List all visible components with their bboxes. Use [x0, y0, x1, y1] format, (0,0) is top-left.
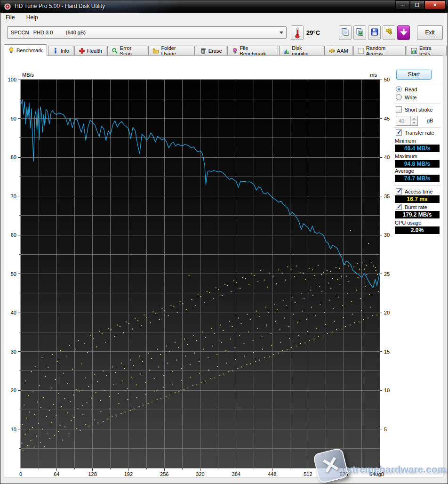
checkbox-box: [396, 106, 402, 113]
copy-image-button[interactable]: [353, 25, 366, 40]
burst-rate-value: 179.2 MB/s: [395, 211, 440, 218]
thermometer-icon: [291, 33, 303, 41]
copy-button[interactable]: [339, 25, 352, 40]
separator: [394, 104, 441, 105]
benchmark-chart: 1020304050607080901005101520253035404550…: [0, 66, 448, 484]
temperature-button[interactable]: [291, 25, 304, 40]
tab-benchmark[interactable]: Benchmark: [4, 44, 47, 56]
svg-text:25: 25: [384, 271, 390, 277]
svg-text:256: 256: [160, 471, 168, 477]
tab-random-access[interactable]: Random Access: [353, 46, 406, 56]
cpu-usage-label: CPU usage: [395, 220, 421, 226]
spin-up-icon[interactable]: [411, 116, 417, 121]
menu-item-file[interactable]: File: [1, 13, 19, 22]
svg-text:30: 30: [384, 232, 390, 238]
svg-text:5: 5: [384, 427, 387, 432]
maximize-button[interactable]: ❐: [410, 0, 424, 9]
svg-text:70: 70: [11, 194, 16, 199]
copy-image-icon: [355, 27, 365, 39]
benchmark-icon: [8, 47, 15, 54]
drive-select[interactable]: SPCCN PHD 3.0 (640 gB): [7, 26, 287, 39]
burst-rate-checkbox[interactable]: Burst rate: [396, 204, 427, 210]
tab-file-benchmark[interactable]: File Benchmark: [227, 46, 278, 56]
save-button[interactable]: [368, 25, 381, 40]
svg-text:50: 50: [384, 77, 390, 82]
download-button[interactable]: [397, 25, 410, 40]
svg-text:20: 20: [11, 387, 16, 393]
svg-text:ms: ms: [370, 72, 377, 78]
average-value: 74.7 MB/s: [395, 175, 440, 182]
tab-erase[interactable]: Erase: [196, 46, 226, 56]
svg-text:35: 35: [384, 194, 390, 199]
exit-button[interactable]: Exit: [417, 25, 443, 40]
tab-error-scan[interactable]: Error Scan: [107, 46, 148, 56]
menubar: File Help: [1, 13, 448, 22]
tab-extra-tests[interactable]: Extra tests: [407, 46, 447, 56]
separator: [394, 186, 441, 186]
options-icon: [384, 27, 394, 39]
spinner-buttons[interactable]: [410, 116, 417, 125]
maximum-value: 94.8 MB/s: [395, 160, 440, 168]
options-button[interactable]: [383, 25, 395, 40]
svg-text:45: 45: [384, 116, 390, 121]
svg-text:40: 40: [384, 154, 390, 160]
tabstrip: BenchmarkInfoHealthError ScanFolder Usag…: [4, 45, 448, 56]
separator: [394, 84, 441, 85]
menu-item-help[interactable]: Help: [22, 13, 43, 22]
svg-text:10: 10: [11, 427, 16, 432]
svg-text:384: 384: [232, 471, 240, 477]
write-radio[interactable]: Write: [396, 94, 416, 100]
download-icon: [399, 27, 408, 39]
app-icon: [4, 3, 11, 10]
aam-icon: [328, 48, 335, 54]
tab-aam[interactable]: AAM: [324, 46, 352, 56]
erase-icon: [200, 48, 207, 54]
copy-icon: [341, 27, 350, 39]
close-button[interactable]: ✕: [424, 0, 446, 9]
svg-text:640gB: 640gB: [369, 471, 384, 477]
svg-text:15: 15: [384, 349, 390, 355]
folder-usage-icon: [152, 48, 159, 54]
svg-text:50: 50: [11, 271, 16, 277]
save-icon: [370, 27, 379, 39]
svg-text:100: 100: [8, 77, 16, 82]
checkbox-box: [396, 204, 402, 210]
gridlines: [21, 80, 380, 468]
maximum-label: Maximum: [395, 153, 417, 159]
svg-text:40: 40: [11, 310, 16, 315]
svg-text:128: 128: [88, 471, 96, 477]
tab-health[interactable]: Health: [74, 46, 106, 56]
separator: [394, 127, 441, 128]
spin-down-icon[interactable]: [411, 121, 417, 126]
extra-tests-icon: [411, 48, 417, 54]
random-access-icon: [358, 48, 364, 54]
svg-text:448: 448: [268, 471, 276, 477]
minimum-label: Minimum: [395, 138, 416, 144]
radio-dot: [396, 86, 402, 92]
svg-text:0: 0: [19, 471, 22, 477]
short-stroke-checkbox[interactable]: Short stroke: [396, 106, 432, 113]
svg-text:10: 10: [384, 387, 390, 393]
svg-text:20: 20: [384, 310, 390, 315]
transfer-rate-checkbox[interactable]: Transfer rate: [396, 129, 434, 136]
start-button[interactable]: Start: [396, 70, 432, 80]
read-radio[interactable]: Read: [396, 86, 417, 92]
tab-info[interactable]: Info: [48, 46, 73, 56]
info-icon: [52, 48, 59, 54]
short-stroke-unit: gB: [427, 118, 433, 123]
tab-folder-usage[interactable]: Folder Usage: [148, 46, 194, 56]
svg-text:MB/s: MB/s: [22, 72, 34, 78]
window-title: HD Tune Pro 5.00 - Hard Disk Utility: [15, 3, 105, 9]
cpu-usage-value: 2.0%: [395, 226, 440, 234]
toolbar-buttons: [339, 25, 410, 40]
access-time-checkbox[interactable]: Access time: [396, 188, 432, 194]
app-window: HD Tune Pro 5.00 - Hard Disk Utility — ❐…: [0, 0, 448, 484]
temperature-value: 29°C: [306, 29, 320, 36]
average-label: Average: [395, 168, 414, 174]
svg-text:192: 192: [124, 471, 133, 477]
health-icon: [79, 48, 85, 54]
minimize-button[interactable]: —: [395, 0, 410, 9]
short-stroke-input[interactable]: 40: [396, 116, 418, 126]
tab-disk-monitor[interactable]: Disk monitor: [279, 46, 323, 56]
svg-text:90: 90: [11, 116, 16, 121]
